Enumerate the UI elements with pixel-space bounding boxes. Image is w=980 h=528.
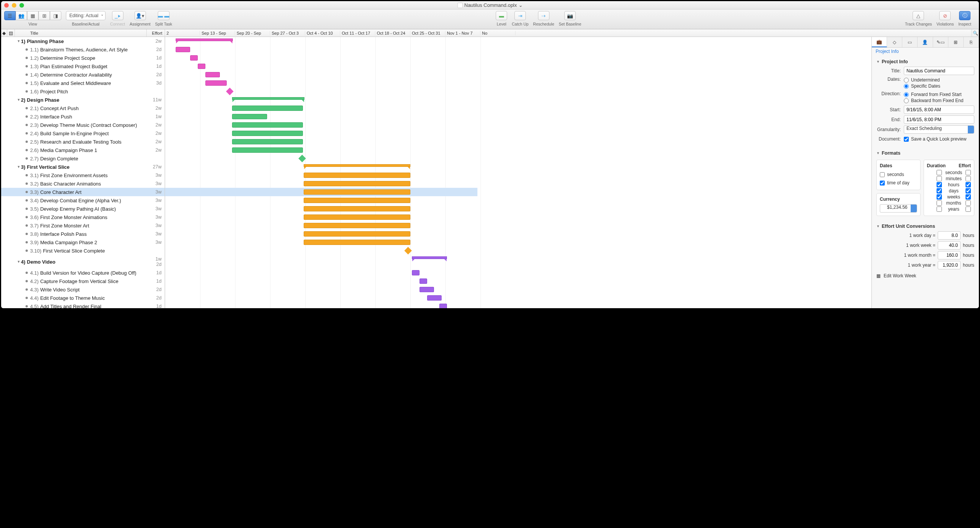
task-bar[interactable] [232, 147, 303, 153]
task-row[interactable]: 1.1)Brainstorm Themes, Audience, Art Sty… [1, 45, 165, 54]
effort-months-checkbox[interactable] [966, 200, 971, 206]
currency-select[interactable]: $1,234.56 [880, 204, 917, 213]
gantt-row[interactable] [165, 138, 477, 146]
task-group-row[interactable]: ▼4)Demo Video1w2d [1, 255, 165, 269]
view-styles-button[interactable]: ◨ [50, 11, 61, 20]
timeline-week-header[interactable]: No [480, 31, 516, 35]
timeline-week-header[interactable]: Oct 18 - Oct 24 [375, 31, 410, 35]
direction-forward-radio[interactable] [904, 92, 909, 97]
col-flag[interactable]: ◆ [1, 29, 7, 37]
gantt-row[interactable] [165, 104, 477, 112]
task-row[interactable]: 3.6)First Zone Monster Animations3w [1, 213, 165, 221]
gantt-row[interactable] [165, 205, 477, 213]
track-changes-button[interactable]: △ [913, 11, 924, 20]
gantt-row[interactable] [165, 294, 477, 302]
task-bar[interactable] [304, 240, 410, 245]
conv-week-input[interactable] [938, 241, 961, 250]
col-title[interactable]: Title [15, 29, 147, 37]
duration-minutes-checkbox[interactable] [937, 176, 942, 181]
task-bar[interactable] [304, 206, 410, 211]
task-bar[interactable] [427, 295, 442, 301]
section-formats[interactable]: Formats [876, 150, 974, 156]
task-bar[interactable] [232, 131, 303, 136]
inspector-tab-task[interactable]: ▭ [902, 37, 918, 47]
col-effort[interactable]: Effort [147, 29, 165, 37]
task-bar[interactable] [420, 278, 427, 284]
group-bar[interactable] [304, 164, 410, 167]
task-bar[interactable] [176, 47, 190, 52]
conv-day-input[interactable] [938, 231, 961, 240]
view-segmented[interactable]: ☰ 👥 ▦ ⊞ ◨ [4, 11, 61, 20]
view-resource-button[interactable]: 👥 [16, 11, 27, 20]
inspect-button[interactable]: ⓘ [959, 11, 970, 20]
inspector-tab-attach[interactable]: ⎘ [964, 37, 979, 47]
gantt-row[interactable] [165, 221, 477, 230]
gantt-row[interactable] [165, 188, 477, 196]
task-row[interactable]: 3.10)First Vertical Slice Complete [1, 246, 165, 255]
duration-weeks-checkbox[interactable] [937, 194, 942, 200]
conv-month-input[interactable] [938, 251, 961, 259]
gantt-row[interactable] [165, 302, 477, 308]
effort-minutes-checkbox[interactable] [966, 176, 971, 181]
task-row[interactable]: 4.2)Capture Footage from Vertical Slice1… [1, 277, 165, 285]
task-row[interactable]: 1.3)Plan Estimated Project Budget1d [1, 62, 165, 70]
task-row[interactable]: 4.3)Write Video Script2d [1, 285, 165, 294]
disclosure-triangle-icon[interactable]: ▼ [16, 98, 21, 102]
task-bar[interactable] [304, 223, 410, 228]
task-row[interactable]: 3.8)Interface Polish Pass3w [1, 230, 165, 238]
task-row[interactable]: 1.5)Evaluate and Select Middleware3d [1, 79, 165, 87]
gantt-row[interactable] [165, 112, 477, 121]
group-bar[interactable] [232, 97, 304, 100]
gantt-row[interactable] [165, 196, 477, 205]
task-bar[interactable] [232, 106, 303, 111]
task-group-row[interactable]: ▼2)Design Phase11w [1, 96, 165, 104]
task-row[interactable]: 3.4)Develop Combat Engine (Alpha Ver.)3w [1, 196, 165, 205]
gantt-row[interactable] [165, 62, 477, 70]
disclosure-triangle-icon[interactable]: ▼ [16, 260, 21, 264]
task-row[interactable]: 1.6)Project Pitch [1, 87, 165, 96]
task-bar[interactable] [190, 55, 198, 61]
dates-seconds-checkbox[interactable] [880, 172, 885, 177]
task-group-row[interactable]: ▼3)First Vertical Slice27w [1, 163, 165, 171]
inspector-tab-resource[interactable]: 👤 [918, 37, 933, 47]
task-bar[interactable] [198, 64, 205, 69]
col-note[interactable]: ▤ [7, 29, 15, 37]
task-bar[interactable] [232, 114, 267, 119]
gantt-row[interactable] [165, 154, 477, 163]
reschedule-button[interactable]: ⇢ [538, 11, 549, 20]
task-bar[interactable] [439, 304, 447, 308]
direction-backward-radio[interactable] [904, 98, 909, 103]
task-row[interactable]: 3.5)Develop Enemy Pathing AI (Basic)3w [1, 205, 165, 213]
gantt-row[interactable] [165, 238, 477, 246]
task-bar[interactable] [420, 287, 434, 292]
zoom-icon[interactable] [19, 3, 24, 8]
edit-work-week-link[interactable]: Edit Work Week [884, 273, 916, 278]
effort-weeks-checkbox[interactable] [966, 194, 971, 200]
gantt-row[interactable] [165, 179, 477, 188]
group-bar[interactable] [412, 256, 447, 259]
gantt-row[interactable] [165, 213, 477, 221]
granularity-select[interactable]: Exact Scheduling [904, 125, 974, 134]
gantt-row[interactable] [165, 255, 477, 269]
start-date-input[interactable] [904, 106, 974, 114]
task-bar[interactable] [232, 139, 303, 144]
task-row[interactable]: 1.4)Determine Contractor Availability2d [1, 70, 165, 79]
task-row[interactable]: 4.1)Build Version for Video Capture (Deb… [1, 269, 165, 277]
task-row[interactable]: 3.1)First Zone Environment Assets3w [1, 171, 165, 179]
level-button[interactable]: ▬ [496, 11, 507, 20]
minimize-icon[interactable] [12, 3, 16, 8]
task-row[interactable]: 3.7)First Zone Monster Art3w [1, 221, 165, 230]
duration-days-checkbox[interactable] [937, 188, 942, 194]
view-network-button[interactable]: ⊞ [38, 11, 50, 20]
effort-days-checkbox[interactable] [966, 188, 971, 194]
violations-button[interactable]: ⊘ [939, 11, 951, 20]
section-project-info[interactable]: Project Info [876, 59, 974, 64]
task-row[interactable]: 4.4)Edit Footage to Theme Music2d [1, 294, 165, 302]
gantt-row[interactable] [165, 70, 477, 79]
gantt-row[interactable] [165, 79, 477, 87]
connect-button[interactable]: ⎯▶ [112, 11, 123, 20]
duration-seconds-checkbox[interactable] [937, 170, 942, 175]
timeline-week-header[interactable]: Oct 25 - Oct 31 [410, 31, 445, 35]
task-row[interactable]: 2.6)Media Campaign Phase 12w [1, 146, 165, 154]
milestone-marker[interactable] [226, 88, 234, 95]
